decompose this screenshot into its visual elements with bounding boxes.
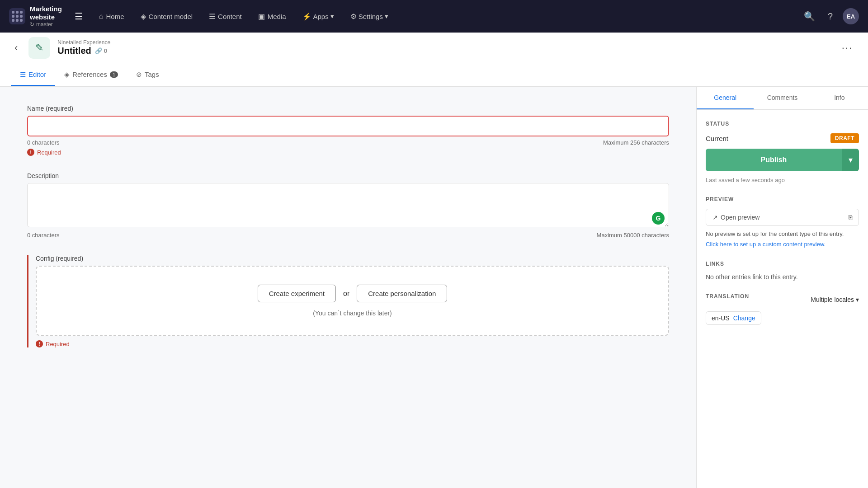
change-locale-button[interactable]: Change [733,314,755,322]
or-text: or [343,290,349,298]
nav-item-home[interactable]: ⌂ Home [92,9,132,24]
nav-item-settings[interactable]: ⚙ Settings ▾ [343,9,396,24]
sidebar-tab-info[interactable]: Info [811,87,868,109]
status-row: Current DRAFT [706,133,859,143]
last-saved: Last saved a few seconds ago [706,177,859,183]
locale-value: en-US [712,314,730,322]
tab-references[interactable]: ◈ References 1 [55,64,127,86]
apps-chevron-icon: ▾ [330,12,334,20]
site-sub: website [30,13,62,21]
locale-pill: en-US Change [706,311,761,325]
nav-item-media[interactable]: ▣ Media [251,9,293,24]
name-char-count: 0 characters [27,139,60,146]
links-title: LINKS [706,261,859,267]
tab-bar: ☰ Editor ◈ References 1 ⊘ Tags [0,63,868,87]
publish-arrow-button[interactable]: ▾ [842,149,859,171]
help-button[interactable]: ? [825,9,835,24]
nav-label-apps: Apps [313,13,329,20]
grammarly-icon: G [652,212,665,225]
main-layout: Name (required) 0 characters Maximum 256… [0,87,868,488]
preview-note: No preview is set up for the content typ… [706,230,859,237]
publish-btn-group: Publish ▾ [706,149,859,171]
nav-logo: Marketing website ↻ master [9,5,62,28]
entry-refs: 🔗 0 [95,47,107,54]
copy-preview-icon: ⎘ [849,214,852,221]
description-textarea[interactable] [27,183,669,227]
more-button[interactable]: ··· [837,40,857,56]
preview-title: PREVIEW [706,196,859,202]
description-char-max: Maximum 50000 characters [597,232,669,239]
content-area: Name (required) 0 characters Maximum 256… [0,87,696,488]
open-preview-icon: ↗ [712,214,718,221]
name-char-row: 0 characters Maximum 256 characters [27,139,669,146]
name-input[interactable] [27,116,669,136]
name-required-msg: ! Required [27,149,669,156]
config-section: Config (required) Create experiment or C… [27,255,669,347]
tab-editor[interactable]: ☰ Editor [11,64,55,86]
refs-count: 0 [104,47,107,54]
content-model-icon: ◈ [141,12,146,21]
tags-icon: ⊘ [136,70,142,79]
name-field-section: Name (required) 0 characters Maximum 256… [27,105,669,156]
avatar[interactable]: EA [843,8,859,24]
tab-editor-label: Editor [28,70,46,78]
translation-section: TRANSLATION Multiple locales ▾ en-US Cha… [706,293,859,325]
open-preview-text: Open preview [721,214,760,221]
tab-references-label: References [72,70,107,78]
nav-item-content[interactable]: ☰ Content [202,9,249,24]
description-char-count: 0 characters [27,232,60,239]
nav-label-media: Media [268,13,286,20]
env-label: master [36,21,53,28]
preview-setup-link[interactable]: Click here to set up a custom content pr… [706,241,826,248]
translation-row: TRANSLATION Multiple locales ▾ [706,293,859,306]
nav-label-settings: Settings [359,13,383,20]
top-nav: Marketing website ↻ master ☰ ⌂ Home ◈ Co… [0,0,868,33]
apps-icon: ⚡ [302,12,311,21]
home-icon: ⌂ [99,12,104,20]
status-title: STATUS [706,121,859,127]
nav-brand: Marketing website ↻ master [30,5,62,28]
nav-item-apps[interactable]: ⚡ Apps ▾ [295,9,341,24]
env-icon: ↻ [30,21,34,28]
config-required-text: Required [46,341,70,347]
search-button[interactable]: 🔍 [801,8,818,24]
back-button[interactable]: ‹ [11,40,21,56]
open-preview-label: ↗ Open preview [712,214,760,221]
entry-icon: ✎ [28,37,50,59]
current-label: Current [706,135,728,142]
description-field-label: Description [27,172,669,179]
links-note: No other entries link to this entry. [706,273,859,281]
name-field-label: Name (required) [27,105,669,112]
refs-link-icon: 🔗 [95,47,102,54]
tab-tags[interactable]: ⊘ Tags [127,64,168,86]
preview-section: PREVIEW ↗ Open preview ⎘ No preview is s… [706,196,859,248]
open-preview-button[interactable]: ↗ Open preview ⎘ [706,209,859,226]
sidebar: General Comments Info STATUS Current DRA… [696,87,868,488]
app-grid-icon[interactable] [9,8,25,24]
create-personalization-button[interactable]: Create personalization [357,285,447,302]
translation-locale-select[interactable]: Multiple locales ▾ [811,296,859,303]
status-badge: DRAFT [830,133,859,143]
description-textarea-wrapper: G [27,183,669,229]
nav-item-content-model[interactable]: ◈ Content model [133,9,200,24]
description-field-section: Description G 0 characters Maximum 50000… [27,172,669,239]
site-name: Marketing [30,5,62,13]
create-experiment-button[interactable]: Create experiment [258,285,336,302]
nav-items: ⌂ Home ◈ Content model ☰ Content ▣ Media… [92,9,801,24]
nav-label-home: Home [106,13,124,20]
sidebar-content: STATUS Current DRAFT Publish ▾ Last save… [697,110,868,348]
hamburger-button[interactable]: ☰ [71,7,86,25]
config-buttons: Create experiment or Create personalizat… [258,285,448,302]
nav-label-content: Content [218,13,242,20]
settings-icon: ⚙ [350,12,357,21]
name-required-icon: ! [27,149,34,156]
publish-button[interactable]: Publish [706,149,842,171]
name-required-text: Required [37,149,61,156]
editor-icon: ☰ [20,70,26,79]
sidebar-tab-general[interactable]: General [697,87,754,109]
config-field-label: Config (required) [36,255,669,262]
entry-title-text: Untitled [57,46,91,56]
nav-label-content-model: Content model [149,13,193,20]
sidebar-tab-comments[interactable]: Comments [754,87,811,109]
config-required-icon: ! [36,340,43,347]
